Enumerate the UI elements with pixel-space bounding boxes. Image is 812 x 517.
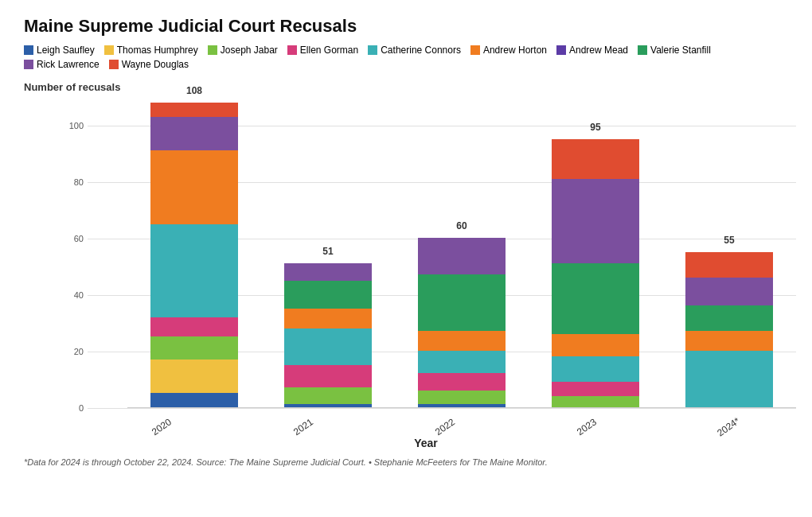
legend-swatch xyxy=(24,60,33,69)
legend-swatch xyxy=(368,45,377,55)
bar-segment xyxy=(150,117,238,151)
bar-segment xyxy=(418,331,506,351)
bar-group: 60 xyxy=(414,238,509,407)
bar-segment xyxy=(685,252,773,278)
bar-segment xyxy=(418,391,506,405)
bar-total-label: 51 xyxy=(280,246,376,257)
legend-label: Andrew Horton xyxy=(483,45,547,56)
bar-segment xyxy=(150,360,238,394)
bar-segment xyxy=(552,382,639,396)
bar-segment xyxy=(150,336,238,359)
bar-segment xyxy=(284,328,372,365)
bar-segment xyxy=(552,263,639,334)
grid-label: 0 xyxy=(79,403,84,413)
bar-segment xyxy=(418,373,506,390)
legend-swatch xyxy=(556,45,566,55)
grid-label: 80 xyxy=(74,177,84,187)
legend-swatch xyxy=(104,45,114,55)
legend-swatch xyxy=(638,45,647,55)
bar-segment xyxy=(418,238,506,274)
bar-total-label: 108 xyxy=(146,85,242,96)
legend-item: Catherine Connors xyxy=(368,45,461,56)
legend-label: Rick Lawrence xyxy=(37,59,100,70)
bar-segment xyxy=(150,224,238,317)
bar-segment xyxy=(685,305,773,331)
bar-total-label: 95 xyxy=(548,122,643,133)
bar-segment xyxy=(150,317,238,337)
footnote: *Data for 2024 is through October 22, 20… xyxy=(24,457,788,467)
grid-label: 40 xyxy=(74,290,84,300)
bar-segment xyxy=(284,281,372,309)
bar-segment xyxy=(150,150,238,224)
legend-label: Joseph Jabar xyxy=(221,45,278,56)
bar-total-label: 60 xyxy=(414,220,509,231)
bar-segment xyxy=(552,356,639,382)
chart-area: 020406080100 10851609555 202020212022202… xyxy=(48,98,796,433)
legend-item: Valerie Stanfill xyxy=(638,45,711,56)
bar-segment xyxy=(552,334,639,356)
bar-segment xyxy=(685,331,773,351)
chart-title: Maine Supreme Judicial Court Recusals xyxy=(24,16,788,37)
bar-segment xyxy=(552,139,639,179)
bar-segment xyxy=(685,278,773,305)
legend-item: Andrew Mead xyxy=(556,45,628,56)
legend-label: Catherine Connors xyxy=(381,45,461,56)
legend-item: Wayne Douglas xyxy=(109,59,189,70)
legend-swatch xyxy=(109,60,119,69)
bar-segment xyxy=(284,365,372,387)
bar-segment xyxy=(418,404,506,407)
legend-swatch xyxy=(24,45,33,55)
bar-group: 55 xyxy=(681,252,777,407)
bar-segment xyxy=(284,263,372,280)
legend-label: Andrew Mead xyxy=(569,45,628,56)
legend-label: Leigh Saufley xyxy=(37,45,95,56)
grid-label: 20 xyxy=(74,347,84,356)
bar-segment xyxy=(552,179,639,263)
legend-item: Rick Lawrence xyxy=(24,59,100,70)
legend-label: Valerie Stanfill xyxy=(650,45,711,56)
bar-group: 51 xyxy=(280,263,376,407)
bar-segment xyxy=(418,274,506,331)
bar-group: 95 xyxy=(548,139,643,407)
legend-item: Leigh Saufley xyxy=(24,45,95,56)
legend-label: Thomas Humphrey xyxy=(117,45,198,56)
bar-total-label: 55 xyxy=(681,235,777,246)
legend-swatch xyxy=(470,45,480,55)
bar-segment xyxy=(284,309,372,328)
legend-label: Wayne Douglas xyxy=(122,59,189,70)
grid-label: 60 xyxy=(74,234,84,243)
legend-item: Andrew Horton xyxy=(470,45,547,56)
legend-item: Ellen Gorman xyxy=(287,45,358,56)
bar-segment xyxy=(418,351,506,373)
y-axis-label: Number of recusals xyxy=(24,81,788,93)
legend-swatch xyxy=(208,45,217,55)
legend: Leigh SaufleyThomas HumphreyJoseph Jabar… xyxy=(24,45,788,70)
bar-segment xyxy=(150,103,238,117)
legend-swatch xyxy=(287,45,297,55)
grid-label: 100 xyxy=(69,121,84,130)
legend-item: Thomas Humphrey xyxy=(104,45,198,56)
legend-item: Joseph Jabar xyxy=(208,45,278,56)
bar-group: 108 xyxy=(146,103,242,407)
legend-label: Ellen Gorman xyxy=(300,45,358,56)
